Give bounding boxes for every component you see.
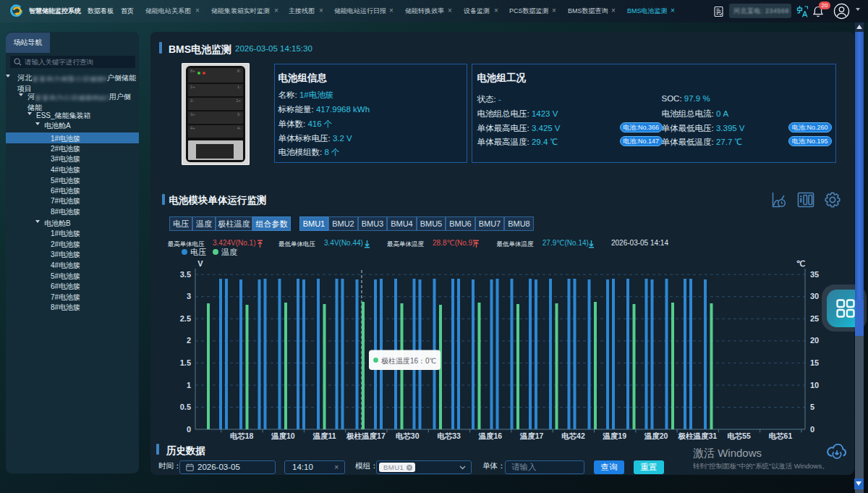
svg-text:电芯18: 电芯18 [230,431,254,440]
svg-text:3.5: 3.5 [180,270,191,279]
svg-text:电芯33: 电芯33 [437,431,461,440]
svg-text:极柱温度31: 极柱温度31 [677,431,717,440]
svg-text:温度20: 温度20 [644,431,668,440]
svg-text:1.5: 1.5 [180,358,191,367]
svg-text:V: V [197,259,203,268]
svg-text:0.5: 0.5 [180,403,191,411]
svg-text:电芯42: 电芯42 [561,431,585,440]
svg-text:温度19: 温度19 [602,431,626,440]
svg-text:0: 0 [187,425,191,434]
svg-text:电芯30: 电芯30 [396,431,420,440]
svg-text:℃: ℃ [796,259,806,268]
svg-text:5: 5 [810,403,814,411]
svg-text:20: 20 [810,336,819,345]
svg-text:1: 1 [187,381,191,389]
svg-text:30: 30 [810,292,819,300]
svg-text:2.5: 2.5 [180,314,191,323]
svg-text:0: 0 [810,425,814,434]
svg-text:电芯61: 电芯61 [769,431,793,440]
svg-text:温度17: 温度17 [519,431,544,440]
svg-text:35: 35 [810,270,819,279]
svg-text:2: 2 [187,336,191,345]
svg-text:温度10: 温度10 [271,431,295,440]
svg-text:极柱温度17: 极柱温度17 [346,431,386,440]
svg-text:温度16: 温度16 [477,431,502,440]
svg-text:电芯55: 电芯55 [727,431,751,440]
svg-text:10: 10 [810,381,819,389]
svg-text:3: 3 [187,292,191,300]
svg-text:15: 15 [810,358,819,367]
svg-text:25: 25 [810,314,819,323]
svg-text:极柱温度16：0℃: 极柱温度16：0℃ [380,357,436,365]
svg-text:温度11: 温度11 [312,431,336,440]
